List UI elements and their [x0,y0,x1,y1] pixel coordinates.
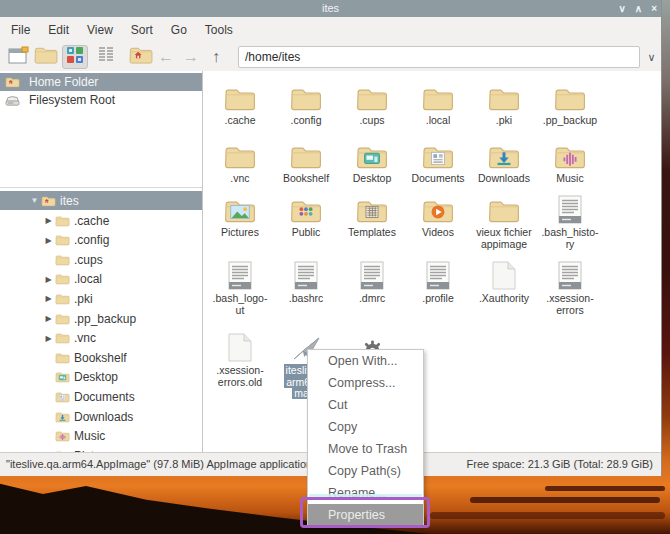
file-item-videos[interactable]: Videos [406,190,470,239]
file-item-local[interactable]: .local [406,78,470,127]
tree-label: Desktop [74,370,118,384]
file-label: .vnc [208,173,272,185]
file-item-xauthority[interactable]: .Xauthority [472,256,536,305]
tree-item-cups[interactable]: .cups [0,250,202,269]
context-menu-item-compress[interactable]: Compress... [308,372,423,394]
file-item-pp-backup[interactable]: .pp_backup [538,78,602,127]
menu-view[interactable]: View [78,19,122,41]
menu-sort[interactable]: Sort [122,19,162,41]
folder-icon [538,78,602,112]
tree-item-config[interactable]: ▶ .config [0,231,202,250]
tree-item-pp_backup[interactable]: ▶ .pp_backup [0,309,202,328]
maximize-button[interactable]: ∧ [635,0,642,17]
grid-view-icon [66,46,84,68]
file-item-documents[interactable]: Documents [406,136,470,185]
file-item-vnc[interactable]: .vnc [208,136,272,185]
context-menu-item-rename[interactable]: Rename... [308,482,423,504]
tree-item-cache[interactable]: ▶ .cache [0,211,202,230]
expander-closed-icon[interactable]: ▶ [42,216,55,225]
up-button[interactable]: ↑ [203,45,229,69]
titlebar[interactable]: ites ∨∧× [0,0,661,17]
close-button[interactable]: × [651,0,657,17]
file-item-cups[interactable]: .cups [340,78,404,127]
file-item-xsession-errors-old[interactable]: .xsession-errors.old [208,328,272,388]
context-menu-item-cut[interactable]: Cut [308,394,423,416]
file-label: .config [274,115,338,127]
file-item-cache[interactable]: .cache [208,78,272,127]
tree-label: .cache [74,214,109,228]
context-menu-item-properties[interactable]: Properties [308,504,423,526]
folder-icon [55,391,70,403]
window-controls: ∨∧× [619,0,658,17]
expander-closed-icon[interactable]: ▶ [42,334,55,343]
wallpaper-cloud [470,497,660,503]
context-menu-item-open-with[interactable]: Open With... [308,350,423,372]
expander-closed-icon[interactable]: ▶ [42,294,55,303]
file-item-bookshelf[interactable]: Bookshelf [274,136,338,185]
sidebar-place-filesystem-root[interactable]: Filesystem Root [0,91,202,109]
menu-hover-trail [309,494,422,498]
file-label: Pictures [208,227,272,239]
menu-edit[interactable]: Edit [39,19,78,41]
expander-closed-icon[interactable]: ▶ [42,275,55,284]
file-item-desktop[interactable]: Desktop [340,136,404,185]
context-menu-item-copy[interactable]: Copy [308,416,423,438]
tree-item-downloads[interactable]: Downloads [0,407,202,426]
menu-tools[interactable]: Tools [196,19,242,41]
text-file-icon [274,256,338,290]
back-button[interactable]: ← [153,45,179,69]
expander-closed-icon[interactable]: ▶ [42,236,55,245]
tree-item-local[interactable]: ▶ .local [0,270,202,289]
file-item-config[interactable]: .config [274,78,338,127]
new-folder-button[interactable] [33,45,59,69]
forward-button[interactable]: → [178,45,204,69]
tree-item-documents[interactable]: Documents [0,387,202,406]
window-title: ites [0,2,661,14]
drive-icon [5,94,20,107]
file-item-pki[interactable]: .pki [472,78,536,127]
path-input[interactable] [238,46,640,68]
file-item-dmrc[interactable]: .dmrc [340,256,404,305]
tree-item-bookshelf[interactable]: Bookshelf [0,348,202,367]
file-item-templates[interactable]: Templates [340,190,404,239]
file-item-public[interactable]: Public [274,190,338,239]
menu-go[interactable]: Go [162,19,196,41]
tree-item-vnc[interactable]: ▶ .vnc [0,329,202,348]
file-item-xsession-errors[interactable]: .xsession-errors [538,256,602,316]
context-menu-item-move-to-trash[interactable]: Move to Trash [308,438,423,460]
tree-label: ites [60,194,79,208]
file-item-bash-history[interactable]: .bash_histo-ry [538,190,602,250]
tree-item-pki[interactable]: ▶ .pki [0,289,202,308]
file-item-profile[interactable]: .profile [406,256,470,305]
file-item-bash-logout[interactable]: .bash_logo-ut [208,256,272,316]
file-item-bashrc[interactable]: .bashrc [274,256,338,305]
file-item-downloads[interactable]: Downloads [472,136,536,185]
tree-item-ites[interactable]: ▼ ites [0,191,202,210]
home-folder-icon [5,76,20,88]
file-item-pictures[interactable]: Pictures [208,190,272,239]
new-tab-button[interactable] [5,45,31,69]
sidebar: Home Folder Filesystem Root ▼ ites▶ .cac… [0,71,203,452]
icon-view-button[interactable] [62,45,88,69]
menu-file[interactable]: File [2,19,39,41]
tree-item-music[interactable]: Music [0,427,202,446]
folder-icon [274,190,338,224]
tree-label: .config [74,233,109,247]
file-label: .bash_logo-ut [208,293,272,316]
home-button[interactable] [128,45,154,69]
expander-closed-icon[interactable]: ▶ [42,314,55,323]
context-menu-item-copy-path-s[interactable]: Copy Path(s) [308,460,423,482]
tree-item-desktop[interactable]: Desktop [0,368,202,387]
file-item-music[interactable]: Music [538,136,602,185]
compact-view-button[interactable] [93,45,119,69]
file-label: Desktop [340,173,404,185]
expander-open-icon[interactable]: ▼ [28,196,41,205]
folder-icon [406,78,470,112]
minimize-button[interactable]: ∨ [619,0,626,17]
folder-icon [538,136,602,170]
file-grid: .cache .config .cups .local .pki .pp_bac… [204,71,661,452]
path-dropdown-button[interactable]: ∨ [643,46,660,68]
file-label: .cups [340,115,404,127]
sidebar-place-home-folder[interactable]: Home Folder [0,73,202,91]
file-item-vieux-fichier-appimage[interactable]: vieux fichierappimage [472,190,536,250]
